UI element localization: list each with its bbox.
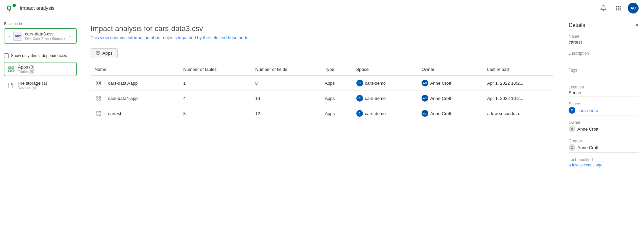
detail-section-2: Tags- [569,68,639,80]
apps-tab-button[interactable]: Apps [91,48,118,58]
detail-label-2: Tags [569,68,639,73]
table-row[interactable]: › cars-data4-app 414AppsCcars-demoACAnne… [91,91,553,106]
cell-num-tables-0: 1 [179,76,251,91]
space-circle: C [356,110,363,117]
owner-name: Anne Croft [430,96,451,101]
row-app-icon [95,94,103,102]
row-name: cars-data3-app [108,81,138,86]
detail-section-1: Description- [569,51,639,63]
detail-label-7: Last modified [569,157,639,162]
svg-rect-18 [96,54,98,55]
base-node-card[interactable]: ⌄ CSV cars-data3.csv Qlik Data Files (Sh… [4,28,77,44]
col-type: Type [321,63,352,76]
svg-rect-21 [99,81,101,83]
col-num-tables: Number of tables [179,63,251,76]
svg-rect-27 [99,99,101,100]
details-sections: NamecartestDescription-Tags-LocationSens… [569,34,639,167]
table-row[interactable]: › cars-data3-app 18AppsCcars-demoACAnne … [91,76,553,91]
space-name: cars-demo [365,81,386,86]
detail-section-3: LocationSense [569,85,639,97]
base-node-chevron: ⌄ [8,34,11,38]
detail-divider-0 [569,46,639,46]
cell-name-0: › cars-data3-app [91,76,179,91]
space-circle: C [356,95,363,102]
user-avatar-button[interactable]: AC [628,3,639,14]
deps-label: Show only direct dependencies [11,53,67,58]
details-title: Details [569,22,585,28]
row-chevron-icon: › [104,96,105,100]
apps-tree-name: Apps (3) [18,64,74,70]
detail-person-avatar [569,144,575,151]
cell-owner-1: ACAnne Croft [418,91,483,106]
details-close-button[interactable]: × [635,22,639,29]
notifications-button[interactable] [598,3,609,14]
svg-rect-19 [98,54,100,55]
svg-rect-22 [97,83,98,85]
left-panel: Base node ⌄ CSV cars-data3.csv Qlik Data… [0,16,81,241]
space-name: cars-demo [365,111,386,116]
svg-text:Q: Q [7,5,11,11]
svg-rect-26 [97,99,98,100]
cell-type-2: Apps [321,106,352,121]
cell-num-fields-2: 12 [251,106,321,121]
detail-person-name: Anne Croft [577,145,598,150]
grid-icon [615,5,621,11]
detail-section-7: Last modifieda few seconds ago [569,157,639,167]
table-row[interactable]: › cartest 312AppsCcars-demoACAnne Crofta… [91,106,553,121]
base-node-name: cars-data3.csv [25,31,66,36]
cell-space-2: Ccars-demo [352,106,418,121]
col-last-reload: Last reload [483,63,553,76]
svg-rect-17 [98,51,100,53]
base-node-sub: Qlik Data Files (Shared) [25,36,66,41]
space-circle: C [356,80,363,86]
bell-icon [600,5,606,11]
detail-section-5: Owner Anne Croft [569,120,639,134]
svg-rect-10 [618,9,619,10]
detail-text-value-0: cartest [569,39,639,45]
detail-divider-1 [569,63,639,63]
detail-divider-4 [569,115,639,115]
detail-label-1: Description [569,51,639,56]
cell-name-1: › cars-data4-app [91,91,179,106]
svg-rect-3 [616,6,617,7]
detail-section-6: Creator Anne Croft [569,139,639,153]
svg-rect-31 [99,114,101,115]
apps-tab-icon [96,51,100,56]
row-name: cartest [108,111,121,116]
tree-item-file-storage[interactable]: File storage (1) Dataset (4) [4,79,77,92]
detail-owner-row-6: Anne Croft [569,144,639,151]
detail-divider-3 [569,97,639,97]
col-owner: Owner [418,63,483,76]
svg-rect-15 [12,70,14,72]
owner-name: Anne Croft [430,81,451,86]
apps-tree-info: Apps (3) Tables (8) [18,64,74,74]
detail-divider-6 [569,152,639,153]
cell-num-tables-1: 4 [179,91,251,106]
detail-person-avatar [569,126,575,132]
direct-deps-checkbox[interactable] [4,53,9,58]
file-storage-tree-name: File storage (1) [18,81,74,86]
cell-type-1: Apps [321,91,352,106]
svg-rect-12 [9,66,11,69]
svg-rect-23 [99,83,101,85]
col-num-fields: Number of fields [251,63,321,76]
row-chevron-icon: › [104,111,105,115]
topbar: Q Impact analysis AC [0,0,644,16]
svg-rect-9 [616,9,617,10]
cell-owner-2: ACAnne Croft [418,106,483,121]
file-storage-tree-info: File storage (1) Dataset (4) [18,81,74,90]
main-subtitle: This view contains information about obj… [91,35,553,40]
cell-num-fields-1: 14 [251,91,321,106]
detail-section-0: Namecartest [569,34,639,46]
cell-last-reload-0: Apr 1, 2022 10:2... [483,76,553,91]
row-app-icon [95,79,103,87]
svg-rect-13 [12,66,14,69]
detail-section-4: SpaceCcars-demo [569,102,639,115]
detail-divider-5 [569,134,639,134]
tree-item-apps[interactable]: Apps (3) Tables (8) [4,62,77,76]
base-node-label: Base node [4,22,77,26]
base-node-more-button[interactable]: ··· [69,33,73,39]
space-name: cars-demo [365,96,386,101]
detail-label-0: Name [569,34,639,39]
grid-menu-button[interactable] [613,3,624,14]
